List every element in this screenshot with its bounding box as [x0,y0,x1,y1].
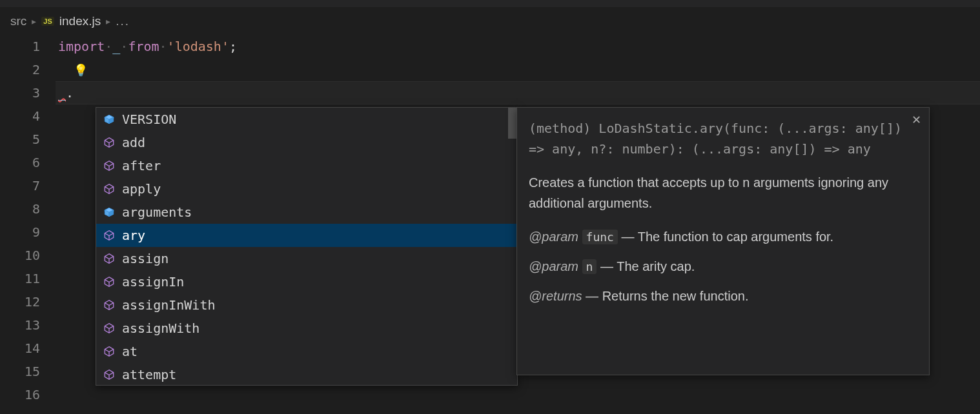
method-icon [103,345,116,358]
code-line[interactable]: import·_·from·'lodash'; [58,35,980,58]
whitespace-marker: · [105,39,112,54]
line-number: 16 [0,383,40,406]
method-icon [103,368,116,381]
breadcrumb-filename[interactable]: index.js [59,14,101,28]
line-number: 9 [0,221,40,244]
string-token: 'lodash' [167,39,229,54]
line-number: 14 [0,337,40,360]
method-icon [103,136,116,149]
line-number: 11 [0,267,40,290]
autocomplete-item[interactable]: VERSION [96,108,517,131]
line-number-gutter: 1 2 3 4 5 6 7 8 9 10 11 12 13 14 15 16 [0,35,58,406]
line-number: 2 [0,58,40,81]
chevron-right-icon: ▸ [32,16,36,26]
doc-tag-name: @returns [529,289,582,303]
autocomplete-item-label: at [122,344,138,359]
doc-signature: (method) LoDashStatic.ary(func: (...args… [529,118,917,159]
javascript-icon: JS [41,17,54,26]
autocomplete-item[interactable]: add [96,131,517,154]
field-icon [103,113,116,126]
method-icon [103,159,116,172]
doc-tag: @returns — Returns the new function. [529,286,917,306]
punct-token: ; [229,39,237,54]
variable-token: _ [58,85,66,101]
line-number: 10 [0,244,40,267]
autocomplete-item[interactable]: arguments [96,201,517,224]
autocomplete-item-label: assignInWith [122,297,216,313]
autocomplete-item[interactable]: assignInWith [96,293,517,317]
autocomplete-item-label: add [122,135,145,150]
doc-tag-text: — Returns the new function. [582,289,749,303]
line-number: 4 [0,104,40,128]
method-icon [103,275,116,288]
method-icon [103,322,116,335]
method-icon [103,182,116,195]
lightbulb-icon[interactable]: 💡 [74,63,88,77]
doc-tag: @param n — The arity cap. [529,256,917,277]
autocomplete-item[interactable]: assignIn [96,270,517,293]
line-number: 15 [0,360,40,383]
autocomplete-item[interactable]: attempt [96,363,517,386]
doc-tag: @param func — The function to cap argume… [529,226,917,247]
variable-token: _ [112,39,120,54]
autocomplete-item-label: VERSION [122,112,176,127]
line-number: 1 [0,35,40,58]
code-line[interactable]: _. [58,81,980,104]
scrollbar-thumb[interactable] [508,108,517,139]
tab-bar [0,0,980,8]
keyword-token: import [58,39,105,54]
line-number: 5 [0,128,40,151]
autocomplete-item[interactable]: at [96,340,517,363]
line-number: 7 [0,174,40,197]
autocomplete-item-label: assignIn [122,274,184,290]
method-icon [103,299,116,311]
breadcrumb[interactable]: src ▸ JS index.js ▸ ... [0,8,980,35]
autocomplete-item[interactable]: apply [96,177,517,201]
documentation-panel: ✕ (method) LoDashStatic.ary(func: (...ar… [516,107,930,375]
autocomplete-item-label: attempt [122,367,176,382]
method-icon [103,252,116,265]
autocomplete-item-label: ary [122,228,145,243]
autocomplete-item[interactable]: assign [96,247,517,270]
autocomplete-list[interactable]: VERSIONaddafterapplyargumentsaryassignas… [96,108,517,385]
code-line[interactable] [58,383,980,406]
line-number: 8 [0,197,40,221]
line-number: 3 [0,81,40,104]
autocomplete-item[interactable]: assignWith [96,317,517,340]
field-icon [103,206,116,219]
keyword-token: from [128,39,159,54]
whitespace-marker: · [159,39,167,54]
line-number: 13 [0,313,40,337]
doc-tag-name: @param [529,230,578,244]
close-icon[interactable]: ✕ [912,114,921,126]
chevron-right-icon: ▸ [106,16,110,26]
autocomplete-item-label: assignWith [122,320,199,336]
whitespace-marker: · [120,39,128,54]
line-number: 12 [0,290,40,313]
autocomplete-item[interactable]: ary [96,224,517,247]
method-icon [103,229,116,242]
autocomplete-item-label: assign [122,251,168,266]
code-line[interactable]: 💡 [58,58,980,81]
autocomplete-item-label: after [122,158,161,173]
autocomplete-popup[interactable]: VERSIONaddafterapplyargumentsaryassignas… [96,107,518,386]
autocomplete-item-label: apply [122,181,161,197]
line-number: 6 [0,151,40,174]
doc-tag-name: @param [529,259,578,273]
breadcrumb-more[interactable]: ... [116,14,130,28]
doc-tag-arg: n [582,259,597,274]
autocomplete-item-label: arguments [122,204,192,220]
doc-tag-arg: func [582,230,618,244]
punct-token: . [66,85,74,101]
autocomplete-item[interactable]: after [96,154,517,177]
breadcrumb-folder[interactable]: src [10,14,26,28]
doc-tag-text: — The function to cap arguments for. [618,230,833,244]
doc-description: Creates a function that accepts up to n … [529,172,917,213]
doc-tag-text: — The arity cap. [597,259,695,273]
